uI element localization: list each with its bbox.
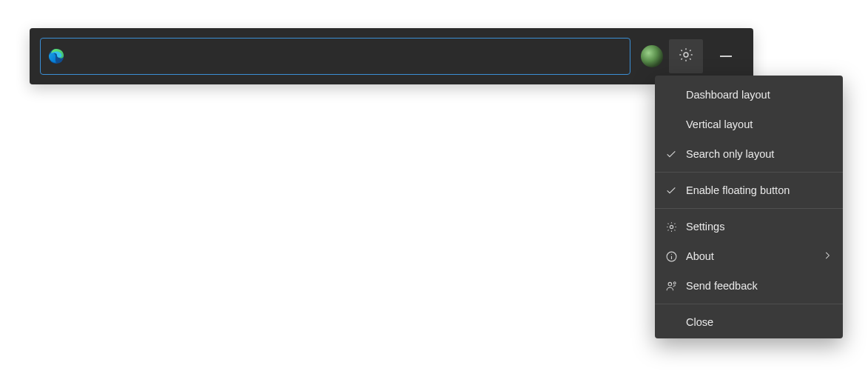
menu-item-vertical-layout[interactable]: Vertical layout	[655, 110, 843, 139]
minimize-button[interactable]	[709, 39, 743, 73]
chevron-right-icon	[822, 250, 832, 263]
search-box[interactable]	[40, 38, 630, 75]
edge-logo-icon	[48, 48, 64, 64]
feedback-icon	[665, 280, 686, 293]
menu-label: Send feedback	[686, 280, 832, 292]
svg-point-1	[684, 53, 688, 57]
menu-item-about[interactable]: About	[655, 241, 843, 271]
menu-item-send-feedback[interactable]: Send feedback	[655, 271, 843, 301]
menu-divider	[655, 304, 843, 304]
gear-icon	[678, 47, 694, 66]
info-icon	[665, 250, 686, 263]
svg-point-2	[670, 225, 673, 228]
menu-item-dashboard-layout[interactable]: Dashboard layout	[655, 80, 843, 110]
toolbar-right	[641, 39, 743, 73]
menu-item-settings[interactable]: Settings	[655, 212, 843, 241]
menu-divider	[655, 172, 843, 173]
check-icon	[665, 148, 686, 160]
svg-point-6	[668, 282, 672, 286]
menu-divider	[655, 208, 843, 209]
edge-bar-toolbar	[30, 28, 753, 84]
menu-item-search-only-layout[interactable]: Search only layout	[655, 139, 843, 169]
settings-button[interactable]	[669, 39, 703, 73]
svg-point-7	[673, 281, 676, 284]
check-icon	[665, 184, 686, 196]
svg-point-5	[671, 253, 672, 254]
menu-label: Close	[686, 316, 832, 328]
user-avatar[interactable]	[641, 45, 663, 67]
menu-label: Dashboard layout	[686, 89, 832, 101]
menu-label: Settings	[686, 221, 832, 233]
menu-label: Enable floating button	[686, 184, 832, 196]
menu-label: Vertical layout	[686, 118, 832, 130]
menu-label: Search only layout	[686, 148, 832, 160]
gear-icon	[665, 221, 686, 233]
settings-menu: Dashboard layout Vertical layout Search …	[655, 76, 843, 338]
menu-item-close[interactable]: Close	[655, 307, 843, 337]
menu-label: About	[686, 250, 822, 262]
search-input[interactable]	[72, 39, 622, 74]
minimize-icon	[720, 56, 732, 57]
menu-item-enable-floating-button[interactable]: Enable floating button	[655, 176, 843, 205]
